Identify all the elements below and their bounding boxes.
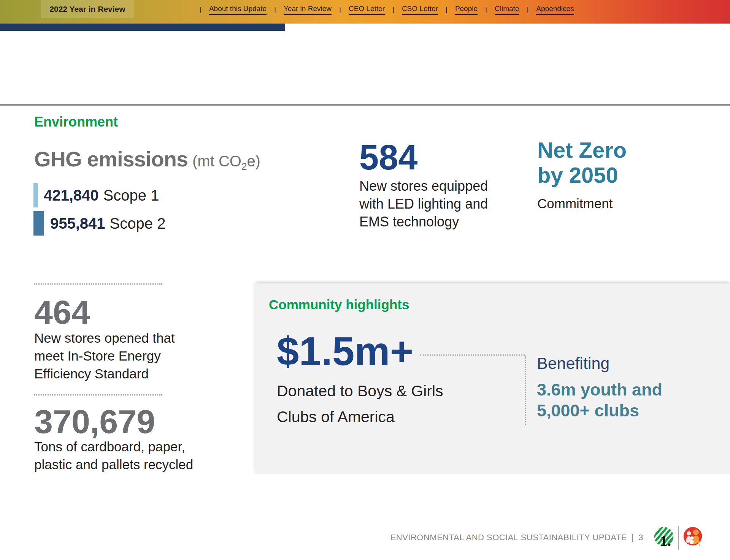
stat-efficiency-line: meet In-Store Energy <box>34 347 175 365</box>
stat-led-value: 584 <box>359 140 418 175</box>
net-zero-line: Net Zero <box>537 138 627 163</box>
scope2-category: Scope 2 <box>110 215 166 232</box>
scope2-bar <box>33 211 44 236</box>
report-page: 2022 Year in Review | About this Update … <box>0 0 730 560</box>
nav-link-cso-letter[interactable]: CSO Letter <box>402 5 438 15</box>
report-title: 2022 Year in Review <box>49 5 125 14</box>
stat-recycled-description: Tons of cardboard, paper, plastic and pa… <box>34 438 193 473</box>
top-nav-bar: 2022 Year in Review | About this Update … <box>0 0 730 24</box>
nav-separator: | <box>446 5 448 14</box>
dollar-tree-logo: 1. <box>653 527 674 549</box>
nav-separator: | <box>339 5 341 14</box>
ghg-emissions-title: GHG emissions(mt CO2e) <box>34 147 260 172</box>
ghg-unit: (mt CO2e) <box>192 153 260 169</box>
benefit-line: 5,000+ clubs <box>537 400 662 421</box>
ghg-unit-pre: (mt CO <box>192 153 241 169</box>
nav-link-about-this-update[interactable]: About this Update <box>209 5 267 15</box>
donation-description: Donated to Boys & Girls Clubs of America <box>277 378 443 430</box>
nav-link-year-in-review[interactable]: Year in Review <box>284 5 332 15</box>
nav-separator: | <box>274 5 276 14</box>
footer: ENVIRONMENTAL AND SOCIAL SUSTAINABILITY … <box>390 533 643 543</box>
stat-led-line: EMS technology <box>359 213 488 231</box>
stat-led-line: with LED lighting and <box>359 195 488 213</box>
stat-efficiency-description: New stores opened that meet In-Store Ene… <box>34 329 175 383</box>
nav-link-appendices[interactable]: Appendices <box>536 5 574 15</box>
stat-recycled-line: Tons of cardboard, paper, <box>34 438 193 456</box>
dotted-divider <box>34 283 162 285</box>
net-zero-line: by 2050 <box>537 163 627 188</box>
ghg-title-text: GHG emissions <box>34 147 188 171</box>
net-zero-commitment: Net Zero by 2050 <box>537 138 627 188</box>
environment-section-heading: Environment <box>34 114 118 130</box>
page-number: 3 <box>638 533 643 543</box>
dollar-tree-numeral: 1. <box>660 533 671 549</box>
nav-separator: | <box>527 5 528 14</box>
top-nav: | About this Update | Year in Review | C… <box>200 0 574 19</box>
scope2-value: 955,841 <box>50 215 105 232</box>
stat-efficiency-value: 464 <box>34 296 90 329</box>
family-dollar-logo <box>682 527 703 549</box>
scope1-value: 421,840 <box>44 187 99 204</box>
scope1-label: 421,840Scope 1 <box>44 187 159 204</box>
ghg-bar-row-scope1: 421,840Scope 1 <box>33 183 159 207</box>
stat-efficiency-line: Efficiency Standard <box>34 365 175 383</box>
scope1-bar <box>33 183 38 207</box>
benefit-detail: 3.6m youth and 5,000+ clubs <box>537 379 662 421</box>
stat-recycled-value: 370,679 <box>34 405 155 438</box>
scope1-category: Scope 1 <box>103 187 159 204</box>
report-title-tab: 2022 Year in Review <box>41 0 134 18</box>
footer-label: ENVIRONMENTAL AND SOCIAL SUSTAINABILITY … <box>390 533 627 543</box>
donation-line: Donated to Boys & Girls <box>277 378 443 404</box>
footer-separator: | <box>632 533 634 543</box>
stat-efficiency-line: New stores opened that <box>34 329 175 347</box>
benefit-intro: Benefiting <box>537 354 609 373</box>
dotted-connector-vertical <box>525 356 526 425</box>
section-divider-line <box>0 104 730 106</box>
nav-link-ceo-letter[interactable]: CEO Letter <box>349 5 385 15</box>
ghg-unit-subscript: 2 <box>241 161 247 172</box>
nav-separator: | <box>392 5 394 14</box>
scope2-label: 955,841Scope 2 <box>50 215 165 232</box>
ghg-bar-row-scope2: 955,841Scope 2 <box>33 211 165 236</box>
ghg-unit-post: e) <box>247 153 260 169</box>
logo-divider-line <box>678 526 679 550</box>
donation-value: $1.5m+ <box>277 331 413 371</box>
benefit-line: 3.6m youth and <box>537 379 662 400</box>
nav-link-people[interactable]: People <box>455 5 478 15</box>
dotted-connector-horizontal <box>420 354 525 356</box>
nav-separator: | <box>200 5 202 14</box>
stat-recycled-line: plastic and pallets recycled <box>34 456 193 473</box>
donation-line: Clubs of America <box>277 404 443 430</box>
net-zero-label: Commitment <box>537 196 613 211</box>
stat-led-line: New stores equipped <box>359 177 488 195</box>
dotted-divider <box>34 394 162 395</box>
nav-link-climate[interactable]: Climate <box>495 5 519 15</box>
stat-led-description: New stores equipped with LED lighting an… <box>359 177 488 231</box>
community-heading: Community highlights <box>269 297 409 312</box>
nav-separator: | <box>485 5 487 14</box>
